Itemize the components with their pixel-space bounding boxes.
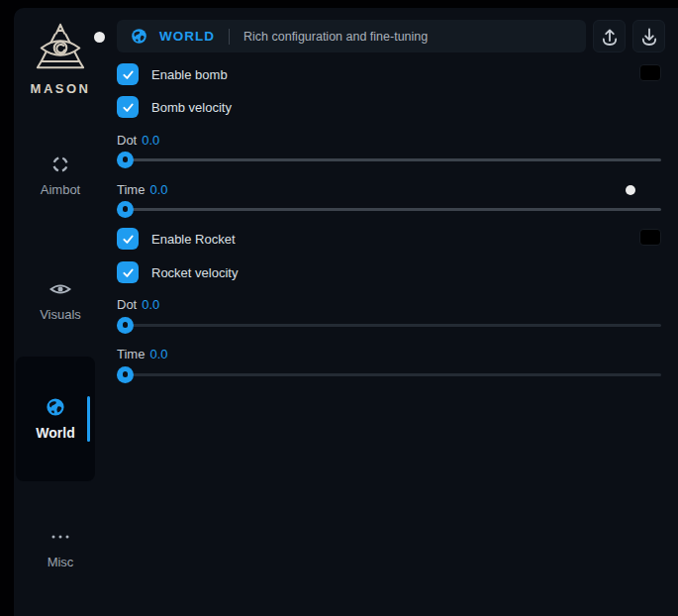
page-header: WORLD Rich configuration and fine-tuning [117, 20, 586, 52]
brand-logo: MASON [14, 22, 107, 96]
rocket-dot-label: Dot0.0 [117, 297, 159, 312]
sidebar: MASON Aimbot Visuals [14, 8, 107, 616]
eye-icon [49, 279, 71, 299]
bomb-velocity-checkbox[interactable] [117, 96, 139, 118]
slider-track[interactable] [117, 373, 661, 376]
slider-thumb-dot [123, 322, 129, 328]
sidebar-item-label: Misc [48, 555, 74, 569]
slider-thumb[interactable] [117, 317, 134, 334]
checkmark-icon [121, 265, 136, 280]
page-title: WORLD [159, 29, 215, 44]
sidebar-item-label: World [36, 425, 74, 441]
header-divider [229, 29, 230, 45]
cursor-dot [626, 185, 635, 195]
download-button[interactable] [632, 20, 665, 52]
slider-value: 0.0 [149, 182, 167, 197]
checkmark-icon [121, 232, 136, 247]
rocket-color-swatch[interactable] [639, 229, 661, 246]
slider-value: 0.0 [142, 133, 159, 148]
slider-track[interactable] [117, 324, 661, 327]
ellipsis-icon [50, 527, 70, 547]
rocket-velocity-row: Rocket velocity [117, 261, 238, 283]
checkmark-icon [121, 67, 136, 82]
mason-logo-icon [32, 22, 89, 75]
slider-name: Time [117, 347, 145, 361]
enable-rocket-checkbox[interactable] [117, 228, 139, 250]
slider-thumb-dot [123, 156, 129, 162]
bomb-color-swatch[interactable] [639, 64, 661, 81]
page-subtitle: Rich configuration and fine-tuning [243, 30, 428, 44]
bomb-velocity-label: Bomb velocity [151, 100, 232, 115]
enable-bomb-row: Enable bomb [117, 63, 228, 85]
rocket-velocity-label: Rocket velocity [151, 265, 238, 280]
globe-icon [131, 28, 147, 45]
slider-track[interactable] [117, 158, 661, 161]
bomb-dot-label: Dot0.0 [117, 133, 159, 148]
rocket-time-label: Time0.0 [117, 347, 167, 361]
bomb-time-slider[interactable] [117, 200, 661, 218]
sidebar-item-label: Visuals [40, 307, 81, 322]
brand-name: MASON [31, 81, 91, 96]
globe-icon [46, 397, 65, 417]
sidebar-item-aimbot[interactable]: Aimbot [14, 154, 107, 197]
sidebar-item-world[interactable]: World [16, 357, 95, 481]
slider-thumb[interactable] [117, 201, 134, 218]
slider-value: 0.0 [149, 347, 167, 361]
rocket-dot-slider[interactable] [117, 316, 661, 334]
sidebar-item-visuals[interactable]: Visuals [14, 279, 107, 322]
download-icon [638, 26, 660, 48]
app-window: MASON Aimbot Visuals [14, 8, 678, 616]
slider-name: Time [117, 182, 145, 197]
slider-thumb-dot [123, 206, 129, 212]
upload-button[interactable] [593, 20, 626, 52]
rocket-time-slider[interactable] [117, 365, 661, 383]
slider-track[interactable] [117, 208, 661, 211]
bomb-dot-slider[interactable] [117, 151, 661, 168]
enable-rocket-label: Enable Rocket [151, 232, 236, 247]
bomb-time-label: Time0.0 [117, 182, 167, 197]
slider-thumb[interactable] [117, 152, 134, 168]
slider-name: Dot [117, 297, 137, 312]
slider-thumb[interactable] [117, 366, 134, 383]
screen: MASON Aimbot Visuals [0, 0, 678, 616]
crosshair-icon [50, 154, 70, 174]
sidebar-item-label: Aimbot [41, 182, 80, 197]
cursor-dot [94, 32, 105, 43]
sidebar-item-misc[interactable]: Misc [14, 527, 107, 569]
enable-rocket-row: Enable Rocket [117, 228, 236, 250]
rocket-velocity-checkbox[interactable] [117, 261, 139, 283]
slider-thumb-dot [123, 371, 129, 377]
active-tab-indicator [87, 396, 90, 442]
checkmark-icon [121, 100, 136, 115]
upload-icon [599, 26, 621, 48]
slider-name: Dot [117, 133, 137, 148]
bomb-velocity-row: Bomb velocity [117, 96, 232, 118]
slider-value: 0.0 [142, 297, 159, 312]
enable-bomb-checkbox[interactable] [117, 63, 139, 85]
enable-bomb-label: Enable bomb [151, 67, 228, 82]
